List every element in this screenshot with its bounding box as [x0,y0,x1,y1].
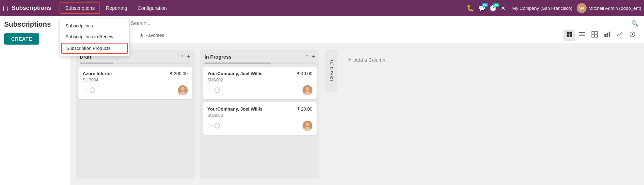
card-sub-id: SUB003 [207,113,312,118]
search-bar-area: ▼ My Subscriptions × 🔍 ▼ Filters ≡ Group… [70,16,644,44]
table-row[interactable]: Azure Interior ₹ 200.00 SUB004 ☆ [78,67,192,99]
svg-rect-1 [569,32,572,34]
card-name: YourCompany, Joel Willis [207,106,263,112]
kanban-column-draft: Draft 1 + Azure Interior ₹ 200.00 SUB004 [76,49,195,179]
col-add-draft[interactable]: + [187,53,191,60]
col-add-in-progress[interactable]: + [311,53,315,60]
card-sub-id: SUB004 [83,78,188,82]
card-icons: ☆ [83,87,95,94]
nav-item-reporting[interactable]: Reporting [101,3,132,13]
card-icons: ☆ [207,123,220,129]
card-avatar [303,85,312,95]
card-name: Azure Interior [83,71,112,76]
card-avatar [303,121,312,131]
card-status-circle[interactable] [214,87,220,93]
add-column-icon: + [347,56,352,64]
topbar-right: 🐛 💬 26 🕐 43 ✕ My Company (San Francisco)… [466,3,641,13]
search-icon[interactable]: 🔍 [631,20,638,27]
svg-rect-9 [592,35,594,37]
dropdown-item-subscriptions-to-renew[interactable]: Subscriptions to Renew [60,31,129,42]
col-count-in-progress: 2 [306,54,309,59]
nav-item-subscriptions[interactable]: Subscriptions [60,2,100,14]
svg-rect-12 [607,33,608,37]
svg-rect-4 [579,32,585,33]
chat-badge: 26 [482,3,488,7]
subscriptions-dropdown-menu: Subscriptions Subscriptions to Renew Sub… [60,19,130,56]
svg-rect-7 [592,32,594,34]
col-progress-fill-in-progress [205,62,271,64]
search-input[interactable] [129,19,629,27]
closed-label: Closed (1) [329,56,334,85]
card-sub-id: SUB002 [207,78,312,82]
view-clock-button[interactable] [626,29,638,41]
dropdown-item-subscription-products[interactable]: Subscription Products [61,43,128,54]
card-bottom: ☆ [83,85,188,95]
kanban-column-in-progress: In Progress 2 + YourCompany, Joel Willis… [200,49,319,179]
svg-rect-2 [567,34,569,37]
view-grid-button[interactable] [589,29,601,41]
table-row[interactable]: YourCompany, Joel Willis ₹ 20.00 SUB003 … [203,102,317,135]
svg-point-22 [306,123,309,126]
app-name: Subscriptions [12,5,51,12]
close-icon[interactable]: ✕ [501,5,505,12]
card-top: Azure Interior ₹ 200.00 [83,71,188,76]
card-star-icon[interactable]: ☆ [83,87,88,94]
add-column-label: Add a Column [354,57,386,63]
col-title-in-progress: In Progress [205,54,303,60]
card-avatar [178,85,188,95]
svg-rect-8 [595,32,597,34]
view-bar-chart-button[interactable] [601,29,613,41]
page-title: Subscriptions [4,20,65,28]
card-bottom: ☆ [207,85,312,95]
kanban-area: Draft 1 + Azure Interior ₹ 200.00 SUB004 [70,44,644,185]
svg-rect-11 [604,34,606,37]
view-line-chart-button[interactable] [614,29,626,41]
subscriptions-nav-dropdown: Subscriptions Subscriptions Subscription… [60,2,100,14]
col-count-draft: 1 [181,54,184,59]
activity-icon[interactable]: 🕐 43 [490,5,497,12]
svg-rect-10 [595,35,597,37]
favorites-button[interactable]: ★ Favorites [137,31,166,39]
svg-rect-0 [567,32,569,34]
dropdown-item-subscriptions[interactable]: Subscriptions [60,20,129,31]
activity-badge: 43 [493,3,499,7]
actions-row: ▼ Filters ≡ Group By ★ Favorites [76,29,638,41]
user-name: Mitchell Admin (odoo_ent) [589,6,641,11]
card-amount: ₹ 200.00 [170,71,188,76]
add-column-area: + Add a Column [343,49,389,179]
card-amount: ₹ 20.00 [297,106,312,112]
svg-rect-6 [579,35,585,36]
card-status-circle[interactable] [90,87,95,93]
card-status-circle[interactable] [214,123,220,128]
svg-point-19 [306,87,309,91]
chat-icon[interactable]: 💬 26 [478,5,485,12]
grid-icon[interactable]: ⋂ [3,4,8,12]
search-row: ▼ My Subscriptions × 🔍 [76,19,638,27]
card-star-icon[interactable]: ☆ [207,123,212,129]
draft-cards: Azure Interior ₹ 200.00 SUB004 ☆ [76,67,195,102]
card-name: YourCompany, Joel Willis [207,71,263,76]
user-menu[interactable]: MA Mitchell Admin (odoo_ent) [577,3,641,13]
card-star-icon[interactable]: ☆ [207,87,212,94]
svg-rect-3 [570,34,572,37]
create-button[interactable]: CREATE [4,33,39,45]
card-icons: ☆ [207,87,220,94]
add-column-button[interactable]: + Add a Column [343,53,389,67]
company-name: My Company (San Francisco) [512,6,573,11]
user-avatar: MA [577,3,587,13]
view-list-button[interactable] [576,29,588,41]
svg-rect-13 [609,32,610,37]
top-nav: Subscriptions Subscriptions Subscription… [60,2,172,14]
col-progress-draft [80,62,191,64]
svg-rect-5 [579,34,585,34]
card-bottom: ☆ [207,121,312,131]
view-kanban-button[interactable] [563,29,575,41]
bug-icon[interactable]: 🐛 [466,4,474,12]
table-row[interactable]: YourCompany, Joel Willis ₹ 40.00 SUB002 … [203,67,317,99]
col-progress-fill-draft [80,62,113,64]
in-progress-cards: YourCompany, Joel Willis ₹ 40.00 SUB002 … [200,67,319,138]
nav-item-configuration[interactable]: Configuration [133,3,172,13]
kanban-column-closed[interactable]: Closed (1) [325,49,338,92]
view-toggles [563,29,638,41]
card-top: YourCompany, Joel Willis ₹ 20.00 [207,106,312,112]
